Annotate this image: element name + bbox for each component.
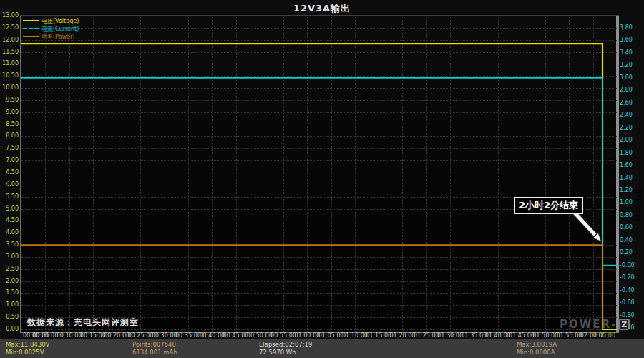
v-gridline <box>188 16 189 332</box>
status-value: 6134.001 mAh <box>132 349 177 357</box>
v-gridline <box>402 16 403 332</box>
right-axis-title: 安培(Amp) <box>633 188 643 222</box>
x-axis-tick-label: 01:40:00 <box>485 332 511 339</box>
legend-line-sample <box>23 28 39 29</box>
right-axis-tick-label: -0.00 <box>620 262 635 268</box>
power-z-logo: POWER-Z <box>560 318 630 331</box>
h-gridline <box>21 76 617 77</box>
x-axis-tick-label: 00:55:00 <box>270 332 296 339</box>
v-gridline <box>93 16 94 332</box>
left-axis-tick-label: 8.00 <box>0 132 19 139</box>
legend-line-sample <box>23 36 39 37</box>
annotation-label: 2小时2分结束 <box>514 197 583 214</box>
v-gridline <box>426 16 427 332</box>
left-axis-tick-label: 2.50 <box>0 266 19 272</box>
logo-separator: - <box>611 318 617 331</box>
left-axis-tick-label: 9.50 <box>0 97 19 103</box>
status-value: Min:0.0000A <box>517 349 557 357</box>
x-axis-tick-label: 01:05:00 <box>318 332 344 339</box>
h-gridline <box>21 185 617 185</box>
left-axis-tick-label: 2.00 <box>0 278 19 284</box>
legend-line-sample <box>23 20 39 21</box>
v-gridline <box>283 16 284 332</box>
right-axis-tick-label: 2.00 <box>620 137 633 143</box>
x-axis-tick-label: 00:05:00 <box>32 332 58 339</box>
status-value: Points:007640 <box>132 341 177 349</box>
v-gridline <box>450 16 451 332</box>
left-axis-tick-label: 0.50 <box>0 314 19 320</box>
right-axis-tick-label: 3.60 <box>620 37 633 43</box>
h-gridline <box>21 148 617 149</box>
h-gridline <box>21 245 617 246</box>
left-axis-title: 伏特(V)/(10W) <box>1 160 11 211</box>
right-axis-tick-label: 3.20 <box>620 62 633 68</box>
right-axis-tick-label: 2.60 <box>620 100 633 106</box>
status-column-1: Points:0076406134.001 mAh <box>132 341 177 357</box>
left-axis-tick-label: 12.50 <box>0 24 19 31</box>
h-gridline <box>21 269 617 270</box>
legend: 电压(Voltage)电流(Current)功率(Power) <box>23 17 79 41</box>
h-gridline <box>21 329 617 330</box>
right-axis-tick-label: -0.40 <box>620 287 635 294</box>
x-axis-tick-label: 01:55:00 <box>556 332 582 339</box>
right-axis-tick-label: 3.80 <box>620 24 633 31</box>
v-gridline <box>545 16 546 332</box>
right-axis-tick-label: 1.40 <box>620 175 633 181</box>
status-bar: Max:11.8430VMin:0.0025VPoints:0076406134… <box>0 339 644 358</box>
v-gridline <box>307 16 308 332</box>
right-axis-tick-label: 3.40 <box>620 49 633 56</box>
plot-border-right <box>616 16 619 332</box>
h-gridline <box>21 221 617 221</box>
h-gridline <box>21 257 617 258</box>
plot-area[interactable] <box>21 16 617 332</box>
legend-item-label: 功率(Power) <box>42 33 74 41</box>
v-gridline <box>236 16 237 332</box>
x-axis-tick-label: 01:20:00 <box>390 332 416 339</box>
x-axis-tick-label: 00:35:00 <box>175 332 201 339</box>
right-axis-tick-label: -0.20 <box>620 274 635 281</box>
right-axis-tick-label: 2.40 <box>620 112 633 118</box>
x-axis-tick-label: 00:20:00 <box>104 332 130 339</box>
left-axis-tick-label: 8.50 <box>0 121 19 127</box>
left-axis-tick-label: 9.00 <box>0 109 19 115</box>
h-gridline <box>21 233 617 233</box>
v-gridline <box>498 16 499 332</box>
v-gridline <box>593 16 594 332</box>
v-gridline <box>212 16 213 332</box>
h-gridline <box>21 136 617 137</box>
status-value: Max:3.0019A <box>517 341 557 349</box>
left-axis-tick-label: 0.00 <box>0 326 19 332</box>
x-axis-tick-label: 01:15:00 <box>366 332 391 339</box>
x-axis-tick-label: 00:15:00 <box>80 332 106 339</box>
x-axis-tick-label: 01:45:00 <box>509 332 535 339</box>
status-column-3: Max:3.0019AMin:0.0000A <box>517 341 557 357</box>
legend-item[interactable]: 功率(Power) <box>23 33 79 40</box>
x-axis-tick-label: 00:30:00 <box>152 332 177 339</box>
left-axis-tick-label: 7.50 <box>0 145 19 151</box>
right-axis-tick-label: 0.20 <box>620 249 633 256</box>
right-axis-tick-label: 0.40 <box>620 237 633 243</box>
x-axis-tick-label: 00:45:00 <box>223 332 249 339</box>
status-value: Min:0.0025V <box>6 349 49 357</box>
right-axis-tick-label: -0.60 <box>620 299 635 306</box>
legend-item-label: 电压(Voltage) <box>42 17 79 25</box>
x-axis-tick-label: 02:05:00 <box>590 332 615 339</box>
legend-item-label: 电流(Current) <box>42 25 79 33</box>
left-axis-tick-label: 11.00 <box>0 60 19 67</box>
x-axis-tick-label: 01:10:00 <box>342 332 368 339</box>
v-gridline <box>140 16 141 332</box>
legend-item[interactable]: 电压(Voltage) <box>23 17 79 24</box>
right-axis-tick-label: 2.80 <box>620 87 633 93</box>
chart-title: 12V3A输出 <box>0 2 644 15</box>
right-axis-tick-label: 1.60 <box>620 162 633 168</box>
v-gridline <box>260 16 260 332</box>
left-axis-tick-label: 3.00 <box>0 253 19 260</box>
x-axis-tick-label: 01:00:00 <box>294 332 320 339</box>
right-axis-tick-label: 3.00 <box>620 74 633 81</box>
x-axis-tick-label: 00:10:00 <box>57 332 82 339</box>
legend-item[interactable]: 电流(Current) <box>23 25 79 32</box>
status-value: Max:11.8430V <box>6 341 49 349</box>
x-axis-tick-label: 01:25:00 <box>414 332 439 339</box>
status-column-2: Elapsed:02:07:1972.5970 Wh <box>259 341 312 357</box>
x-axis-tick-label: 00:25:00 <box>127 332 153 339</box>
